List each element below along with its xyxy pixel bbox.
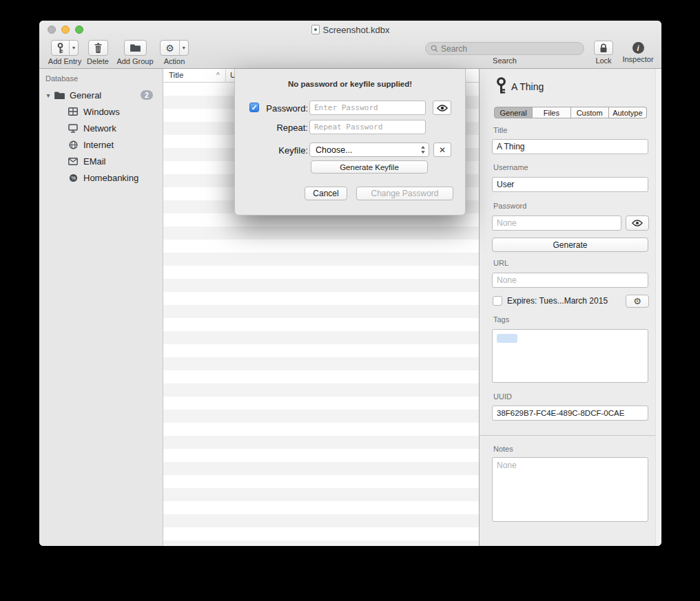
enter-password-input[interactable] — [309, 101, 426, 115]
toolbar-item-action: ⚙ ▾ Action — [158, 40, 191, 65]
lock-button[interactable] — [594, 41, 613, 55]
generate-label: Generate — [553, 240, 587, 250]
keyfile-value: Choose... — [316, 145, 353, 155]
search-icon — [431, 45, 438, 52]
sidebar-item-label: Homebanking — [83, 173, 138, 183]
show-password-button[interactable] — [433, 101, 451, 115]
toolbar-item-add-group: Add Group — [114, 40, 156, 65]
change-password-label: Change Password — [371, 189, 438, 198]
action-label: Action — [164, 57, 185, 65]
generate-keyfile-button[interactable]: Generate Keyfile — [311, 160, 428, 173]
folder-plus-icon — [125, 41, 146, 55]
column-divider[interactable] — [225, 69, 226, 83]
uuid-field-label: UUID — [493, 392, 512, 401]
add-entry-label: Add Entry — [48, 57, 81, 65]
key-icon — [496, 77, 506, 98]
lock-label: Lock — [595, 56, 611, 65]
keyfile-label: Keyfile: — [235, 145, 308, 156]
cancel-button[interactable]: Cancel — [305, 187, 347, 200]
column-header-title[interactable]: Title — [169, 71, 183, 79]
trash-icon — [89, 41, 107, 55]
window-title-text: Screenshot.kdbx — [323, 25, 390, 35]
titlebar: Screenshot.kdbx — [39, 21, 661, 39]
add-entry-button[interactable]: ▾ — [51, 40, 79, 56]
username-field-label: Username — [493, 163, 528, 171]
tab-files[interactable]: Files — [533, 107, 570, 118]
window-title: Screenshot.kdbx — [39, 25, 661, 35]
password-field[interactable] — [492, 215, 621, 231]
tags-field[interactable] — [492, 329, 648, 383]
dialog-message: No password or keyfile supplied! — [235, 80, 465, 88]
key-plus-icon — [52, 41, 69, 55]
uuid-field[interactable] — [492, 405, 648, 421]
chevron-down-icon: ▾ — [72, 45, 75, 51]
url-field[interactable] — [492, 273, 648, 288]
sidebar-item-network[interactable]: Network — [39, 120, 163, 136]
tag-token[interactable] — [497, 334, 517, 343]
expires-label: Expires: Tues...March 2015 — [507, 296, 608, 306]
popup-chevrons-icon — [420, 145, 426, 154]
keyfile-popup[interactable]: Choose... — [309, 143, 429, 157]
tab-autotype[interactable]: Autotype — [609, 107, 647, 118]
repeat-label: Repeat: — [235, 123, 308, 133]
clear-keyfile-button[interactable]: ✕ — [433, 143, 451, 157]
toolbar-item-search: Search Search — [422, 40, 587, 65]
url-field-label: URL — [493, 259, 508, 267]
inspector-panel: A Thing General Files Custom Autotype Ti… — [479, 69, 661, 546]
app-window: Screenshot.kdbx ▾ Add Entry — [39, 21, 661, 546]
toolbar-item-delete: Delete — [83, 40, 112, 65]
inspector-toggle-button[interactable]: i — [632, 42, 644, 54]
network-icon — [67, 123, 79, 134]
delete-button[interactable] — [88, 40, 108, 56]
sidebar: Database ▾ General 2 Windows — [39, 69, 163, 546]
lock-icon — [595, 41, 612, 54]
notes-field[interactable] — [492, 457, 648, 522]
disclosure-triangle[interactable]: ▾ — [43, 92, 53, 99]
show-password-button[interactable] — [626, 215, 649, 231]
tab-general[interactable]: General — [494, 107, 533, 118]
coin-percent-icon: % — [67, 172, 79, 183]
action-dropdown[interactable]: ▾ — [179, 41, 188, 55]
sidebar-item-label: Internet — [83, 140, 114, 150]
title-field[interactable] — [492, 139, 648, 154]
search-label: Search — [493, 56, 517, 65]
folder-icon — [53, 89, 65, 101]
chevron-down-icon: ▾ — [183, 45, 185, 51]
sidebar-item-internet[interactable]: Internet — [39, 136, 163, 153]
action-button[interactable]: ⚙ ▾ — [160, 40, 189, 56]
toolbar-item-lock: Lock — [587, 40, 620, 65]
notes-field-label: Notes — [493, 445, 513, 453]
inspector-tabs: General Files Custom Autotype — [494, 107, 647, 118]
inspector-scrollbar[interactable] — [655, 69, 661, 546]
sidebar-item-windows[interactable]: Windows — [39, 103, 163, 120]
sidebar-header: Database — [45, 74, 78, 83]
tab-custom[interactable]: Custom — [571, 107, 609, 118]
expires-checkbox[interactable] — [493, 296, 502, 306]
sidebar-item-label: Network — [83, 123, 116, 134]
username-field[interactable] — [492, 177, 648, 192]
windows-icon — [67, 106, 79, 117]
search-input[interactable]: Search — [425, 42, 584, 55]
toolbar-item-inspector: i Inspector — [621, 40, 655, 63]
sort-ascending-icon: ^ — [216, 72, 220, 79]
delete-label: Delete — [87, 57, 109, 65]
repeat-password-input[interactable] — [309, 120, 426, 134]
password-field-label: Password — [493, 202, 526, 210]
change-password-button[interactable]: Change Password — [356, 187, 453, 200]
sidebar-item-email[interactable]: EMail — [39, 153, 163, 169]
change-password-dialog: No password or keyfile supplied! ✓ Passw… — [234, 69, 466, 215]
sidebar-item-label: General — [70, 90, 101, 101]
sidebar-item-homebanking[interactable]: % Homebanking — [39, 169, 163, 186]
add-group-label: Add Group — [116, 57, 153, 65]
envelope-icon — [67, 156, 79, 167]
svg-text:%: % — [71, 175, 76, 181]
sidebar-item-label: Windows — [83, 107, 120, 117]
add-group-button[interactable] — [124, 40, 147, 56]
toolbar: ▾ Add Entry Delete — [39, 39, 661, 69]
cancel-label: Cancel — [313, 189, 338, 198]
sidebar-item-general[interactable]: ▾ General 2 — [39, 87, 163, 103]
generate-password-button[interactable]: Generate — [492, 238, 648, 252]
desktop-background: Screenshot.kdbx ▾ Add Entry — [0, 0, 700, 601]
expires-settings-button[interactable]: ⚙ — [626, 295, 649, 308]
add-entry-dropdown[interactable]: ▾ — [69, 41, 78, 55]
